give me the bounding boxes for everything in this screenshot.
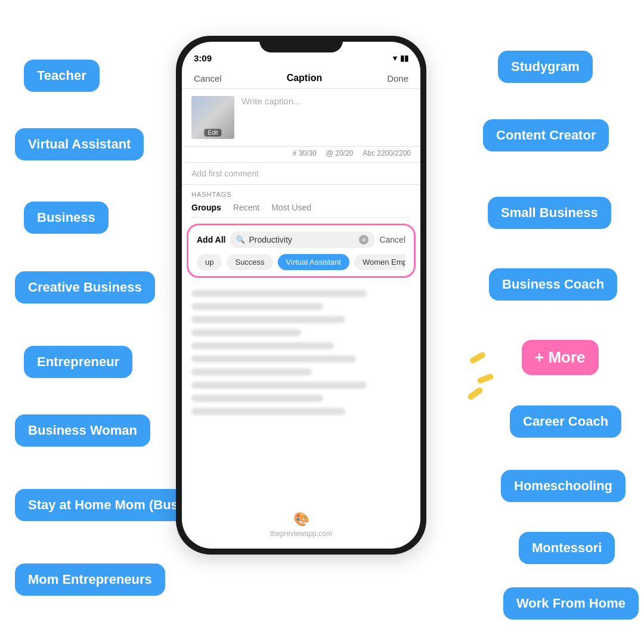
tag-business-woman[interactable]: Business Woman	[15, 414, 150, 447]
search-cancel-button[interactable]: Cancel	[379, 235, 405, 244]
tag-creative-business[interactable]: Creative Business	[15, 271, 155, 304]
hashtag-chips: upSuccessVirtual AssistantWomen Empowerm…	[197, 254, 405, 270]
chip-women-empowerment[interactable]: Women Empowerment	[354, 254, 405, 270]
hashtag-item	[191, 408, 345, 415]
tag-business-coach[interactable]: Business Coach	[489, 268, 617, 301]
tag-small-business[interactable]: Small Business	[488, 197, 611, 229]
deco-dash-1	[476, 373, 494, 385]
char-count: Abc 2200/2200	[363, 149, 411, 157]
hashtag-item	[191, 342, 334, 349]
tab-most-used[interactable]: Most Used	[271, 203, 311, 212]
search-icon: 🔍	[236, 236, 245, 244]
tag-homeschooling[interactable]: Homeschooling	[501, 470, 626, 502]
hashtags-tabs: Groups Recent Most Used	[191, 203, 411, 218]
tab-groups[interactable]: Groups	[191, 203, 221, 212]
hashtag-item	[191, 382, 367, 389]
hashtag-item	[191, 303, 323, 310]
hashtag-item	[191, 369, 312, 376]
tag-content-creator[interactable]: Content Creator	[483, 119, 609, 151]
hashtag-item	[191, 355, 356, 363]
tab-recent[interactable]: Recent	[233, 203, 259, 212]
phone-mockup: 3:09 ▾ ▮▮ Cancel Caption Done Edit	[176, 36, 426, 555]
phone-bottom: 🎨 thepreviewapp.com	[182, 512, 420, 549]
watermark: thepreviewapp.com	[270, 530, 332, 538]
deco-dash-2	[467, 386, 484, 401]
hashtag-item	[191, 316, 345, 323]
counts-bar: # 30/30 @ 20/20 Abc 2200/2200	[182, 147, 420, 163]
tag-mom-entrepreneurs[interactable]: Mom Entrepreneurs	[15, 564, 165, 596]
tag-studygram[interactable]: Studygram	[498, 51, 593, 83]
caption-title: Caption	[287, 73, 323, 83]
tag-business[interactable]: Business	[24, 202, 109, 234]
phone-outer: 3:09 ▾ ▮▮ Cancel Caption Done Edit	[176, 36, 426, 555]
search-value: Productivity	[249, 235, 355, 244]
edit-label[interactable]: Edit	[204, 129, 221, 137]
search-input-area[interactable]: 🔍 Productivity ✕	[230, 231, 374, 248]
status-icons: ▾ ▮▮	[393, 54, 408, 63]
hashtags-section: HASHTAGS Groups Recent Most Used	[182, 185, 420, 218]
caption-placeholder[interactable]: Write caption...	[242, 96, 411, 139]
caption-cancel[interactable]: Cancel	[194, 73, 222, 83]
hashtag-item	[191, 395, 323, 402]
tag-entrepreneur[interactable]: Entrepreneur	[24, 346, 132, 378]
phone-screen: 3:09 ▾ ▮▮ Cancel Caption Done Edit	[182, 42, 420, 549]
phone-notch	[259, 36, 343, 52]
search-container: Add All 🔍 Productivity ✕ Cancel upSucces…	[187, 224, 416, 278]
app-icon: 🎨	[293, 512, 309, 527]
caption-bar: Cancel Caption Done	[182, 68, 420, 89]
search-clear-button[interactable]: ✕	[359, 235, 369, 244]
status-time: 3:09	[194, 53, 212, 63]
hashtag-list	[182, 284, 420, 427]
caption-area: Edit Write caption...	[182, 89, 420, 147]
page-wrapper: TeacherVirtual AssistantBusinessCreative…	[0, 0, 644, 644]
first-comment[interactable]: Add first comment	[182, 163, 420, 185]
chip-up[interactable]: up	[197, 254, 222, 270]
search-row: Add All 🔍 Productivity ✕ Cancel	[197, 231, 405, 248]
mention-count: @ 20/20	[326, 149, 354, 157]
hashtags-label: HASHTAGS	[191, 191, 411, 198]
add-all-button[interactable]: Add All	[197, 235, 225, 244]
battery-icon: ▮▮	[400, 54, 408, 63]
chip-virtual-assistant[interactable]: Virtual Assistant	[278, 254, 349, 270]
wifi-icon: ▾	[393, 54, 397, 63]
hashtag-item	[191, 290, 367, 297]
hashtag-item	[191, 329, 301, 336]
caption-thumbnail: Edit	[191, 96, 234, 139]
tag-work-from-home[interactable]: Work From Home	[503, 587, 639, 620]
tag-teacher[interactable]: Teacher	[24, 60, 100, 92]
hashtag-count: # 30/30	[293, 149, 317, 157]
deco-dash-0	[469, 351, 486, 365]
tag-virtual-assistant[interactable]: Virtual Assistant	[15, 128, 144, 160]
tag-career-coach[interactable]: Career Coach	[510, 405, 621, 438]
chip-success[interactable]: Success	[227, 254, 273, 270]
caption-done[interactable]: Done	[387, 73, 408, 83]
tag-montessori[interactable]: Montessori	[519, 532, 615, 564]
more-button[interactable]: + More	[522, 340, 599, 375]
